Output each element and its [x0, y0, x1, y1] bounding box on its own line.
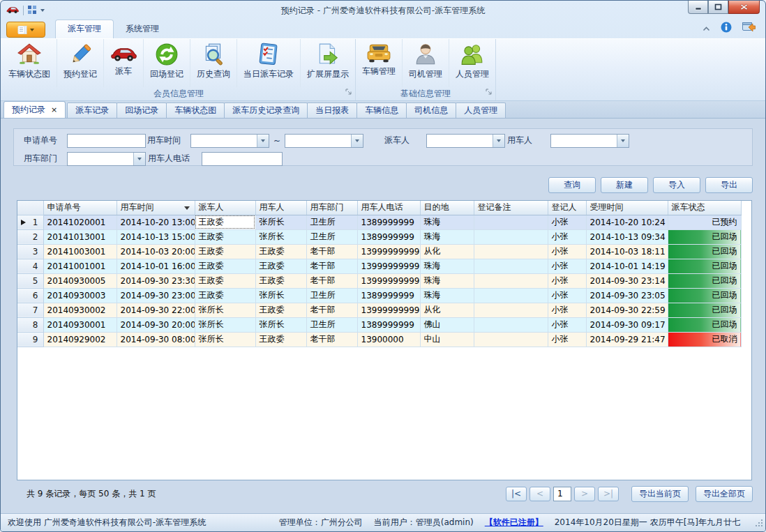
- cell-destination[interactable]: 珠海: [420, 229, 474, 244]
- col-header-registrar[interactable]: 登记人: [548, 201, 586, 215]
- row-selector[interactable]: 8: [17, 317, 43, 332]
- cell-accept-time[interactable]: 2014-10-03 18:11: [586, 244, 668, 259]
- cell-use-time[interactable]: 2014-09-30 23:00: [117, 288, 195, 303]
- col-header-use-time[interactable]: 用车时间: [117, 201, 195, 215]
- table-row[interactable]: 6201409300032014-09-30 23:00王政委张所长卫生所138…: [17, 288, 741, 303]
- cell-remark[interactable]: [474, 244, 548, 259]
- cell-order-no[interactable]: 20140930002: [43, 303, 117, 317]
- doc-tab-dispatch-history-query[interactable]: 派车历史记录查询: [224, 102, 308, 118]
- cell-destination[interactable]: 珠海: [420, 215, 474, 229]
- software-registered-link[interactable]: 【软件已注册】: [485, 517, 543, 529]
- cell-phone[interactable]: 13999999999: [357, 259, 420, 273]
- cell-use-time[interactable]: 2014-10-13 15:00: [117, 229, 195, 244]
- cell-destination[interactable]: 珠海: [420, 288, 474, 303]
- cell-accept-time[interactable]: 2014-10-13 09:34: [586, 229, 668, 244]
- cell-status[interactable]: 已回场: [668, 288, 741, 303]
- cell-use-time[interactable]: 2014-09-30 20:00: [117, 317, 195, 332]
- cell-department[interactable]: 老干部: [306, 332, 357, 347]
- ribbon-item-today-dispatch-records[interactable]: 当日派车记录: [236, 39, 300, 87]
- cell-status[interactable]: 已回场: [668, 303, 741, 317]
- cell-user[interactable]: 王政委: [255, 244, 306, 259]
- use-time-from-combo[interactable]: [190, 134, 269, 148]
- table-row[interactable]: 9201409290022014-09-30 08:00张所长王政委老干部139…: [17, 332, 741, 347]
- doc-tab-dispatch-records[interactable]: 派车记录: [67, 102, 117, 118]
- doc-tab-driver-info[interactable]: 司机信息: [406, 102, 456, 118]
- query-button[interactable]: 查询: [548, 177, 596, 193]
- cell-destination[interactable]: 佛山: [420, 317, 474, 332]
- cell-status[interactable]: 已回场: [668, 229, 741, 244]
- table-row[interactable]: 8201409300012014-09-30 20:00张所长张所长卫生所138…: [17, 317, 741, 332]
- cell-use-time[interactable]: 2014-10-20 13:00: [117, 215, 195, 229]
- cell-use-time[interactable]: 2014-09-30 23:30: [117, 273, 195, 288]
- ribbon-item-personnel-management[interactable]: 人员管理: [449, 39, 495, 87]
- cell-dispatcher[interactable]: 王政委: [195, 229, 255, 244]
- cell-registrar[interactable]: 小张: [548, 273, 586, 288]
- ribbon-item-reservation-register[interactable]: 预约登记: [57, 39, 103, 87]
- cell-accept-time[interactable]: 2014-10-01 14:19: [586, 259, 668, 273]
- ribbon-item-return-register[interactable]: 回场登记: [143, 39, 190, 87]
- ribbon-item-history-query[interactable]: 历史查询: [190, 39, 236, 87]
- cell-user[interactable]: 王政委: [255, 303, 306, 317]
- table-row[interactable]: 7201409300022014-09-30 22:00张所长王政委老干部139…: [17, 303, 741, 317]
- cell-registrar[interactable]: 小张: [548, 215, 586, 229]
- cell-remark[interactable]: [474, 229, 548, 244]
- resize-grip[interactable]: [755, 519, 763, 529]
- cell-department[interactable]: 卫生所: [306, 288, 357, 303]
- maximize-button[interactable]: [708, 1, 728, 14]
- export-all-pages-button[interactable]: 导出全部页: [696, 486, 753, 502]
- cell-department[interactable]: 老干部: [306, 273, 357, 288]
- cell-user[interactable]: 张所长: [255, 317, 306, 332]
- cell-accept-time[interactable]: 2014-09-30 22:59: [586, 303, 668, 317]
- cell-use-time[interactable]: 2014-09-30 22:00: [117, 303, 195, 317]
- cell-remark[interactable]: [474, 332, 548, 347]
- cell-dispatcher[interactable]: 王政委: [195, 273, 255, 288]
- cell-order-no[interactable]: 20141013001: [43, 229, 117, 244]
- cell-remark[interactable]: [474, 215, 548, 229]
- cell-status[interactable]: 已回场: [668, 317, 741, 332]
- cell-user[interactable]: 王政委: [255, 273, 306, 288]
- quick-access-dropdown-icon[interactable]: [40, 9, 45, 12]
- cell-dispatcher[interactable]: 王政委: [195, 259, 255, 273]
- col-header-status[interactable]: 派车状态: [668, 201, 741, 215]
- doc-tab-return-records[interactable]: 回场记录: [117, 102, 167, 118]
- cell-department[interactable]: 老干部: [306, 303, 357, 317]
- cell-phone[interactable]: 13999999999: [357, 303, 420, 317]
- cell-registrar[interactable]: 小张: [548, 259, 586, 273]
- cell-destination[interactable]: 珠海: [420, 273, 474, 288]
- cell-user[interactable]: 张所长: [255, 288, 306, 303]
- col-header-user[interactable]: 用车人: [255, 201, 306, 215]
- col-header-phone[interactable]: 用车人电话: [357, 201, 420, 215]
- cell-accept-time[interactable]: 2014-09-30 23:14: [586, 273, 668, 288]
- col-header-order-no[interactable]: 申请单号: [43, 201, 117, 215]
- collapse-ribbon-icon[interactable]: [703, 24, 710, 33]
- cell-phone[interactable]: 1389999999: [357, 215, 420, 229]
- cell-accept-time[interactable]: 2014-10-20 10:24: [586, 215, 668, 229]
- cell-use-time[interactable]: 2014-09-30 08:00: [117, 332, 195, 347]
- table-row[interactable]: 2201410130012014-10-13 15:00王政委张所长卫生所138…: [17, 229, 741, 244]
- cell-registrar[interactable]: 小张: [548, 229, 586, 244]
- cell-user[interactable]: 王政委: [255, 259, 306, 273]
- close-button[interactable]: [728, 1, 760, 14]
- cell-dispatcher[interactable]: 张所长: [195, 317, 255, 332]
- cell-status[interactable]: 已回场: [668, 259, 741, 273]
- table-row[interactable]: 4201410010012014-10-01 16:00王政委王政委老干部139…: [17, 259, 741, 273]
- group-dialog-launcher-icon[interactable]: [345, 88, 352, 98]
- cell-accept-time[interactable]: 2014-09-30 23:05: [586, 288, 668, 303]
- create-button[interactable]: 新建: [601, 177, 648, 193]
- cell-order-no[interactable]: 20140930001: [43, 317, 117, 332]
- cell-phone[interactable]: 13999999999: [357, 244, 420, 259]
- last-page-button[interactable]: >|: [598, 487, 619, 501]
- dispatcher-combo[interactable]: [426, 134, 505, 148]
- row-selector[interactable]: 1: [17, 215, 43, 229]
- cell-status[interactable]: 已预约: [668, 215, 741, 229]
- ribbon-item-extended-screen[interactable]: 扩展屏显示: [300, 39, 355, 87]
- cell-dispatcher[interactable]: 王政委: [195, 215, 255, 229]
- cell-dispatcher[interactable]: 张所长: [195, 332, 255, 347]
- table-row[interactable]: 5201409300052014-09-30 23:30王政委王政委老干部139…: [17, 273, 741, 288]
- doc-tab-personnel-management[interactable]: 人员管理: [456, 102, 506, 118]
- ribbon-item-vehicle-status-map[interactable]: 车辆状态图: [2, 39, 57, 87]
- info-icon[interactable]: [721, 22, 732, 35]
- cell-order-no[interactable]: 20140930005: [43, 273, 117, 288]
- cell-destination[interactable]: 中山: [420, 332, 474, 347]
- cell-user[interactable]: 王政委: [255, 332, 306, 347]
